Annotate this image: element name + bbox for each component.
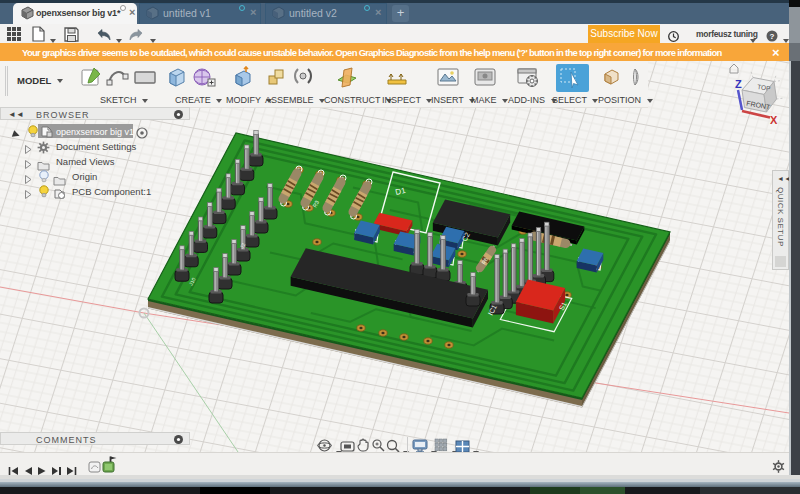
svg-text:Z: Z — [735, 78, 742, 90]
svg-text:?: ? — [770, 32, 775, 41]
svg-text:X: X — [770, 114, 778, 126]
